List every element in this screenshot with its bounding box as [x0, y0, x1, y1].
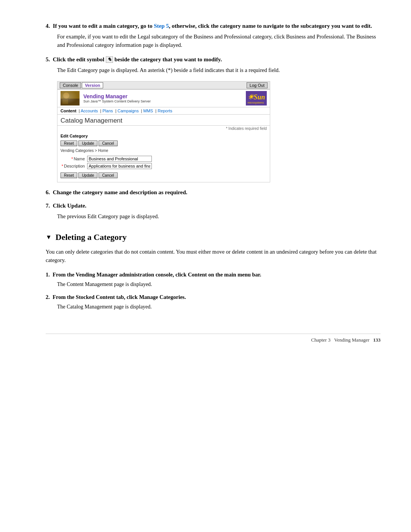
step-6: 6. Change the category name and descript… [46, 189, 381, 196]
console-button[interactable]: Console [60, 82, 81, 88]
sc-nav: Content | Accounts | Plans | Campaigns |… [57, 107, 270, 115]
nav-campaigns[interactable]: Campaigns [118, 109, 139, 113]
step-6-num: 6. [46, 189, 53, 195]
footer-chapter: Chapter 3 Vending Manager 133 [311, 337, 381, 343]
step-4-body: For example, if you want to edit the Leg… [57, 32, 381, 50]
step-7-body: The previous Edit Category page is displ… [57, 212, 381, 220]
name-required-star: * [71, 157, 73, 161]
delete-step-2: 2. From the Stocked Content tab, click M… [46, 294, 381, 311]
cancel-button-bottom[interactable]: Cancel [99, 173, 117, 178]
desc-required-star: * [62, 164, 63, 168]
step-7-num: 7. [46, 203, 53, 209]
svg-point-1 [63, 93, 69, 99]
version-button[interactable]: Version [82, 82, 103, 88]
step-7: 7. Click Update. The previous Edit Categ… [46, 203, 381, 220]
sc-app-title: Vending Manager [83, 93, 246, 99]
section-triangle-icon: ▼ [46, 234, 52, 241]
description-input[interactable] [87, 163, 152, 169]
nav-accounts[interactable]: Accounts [81, 109, 98, 113]
svg-rect-0 [61, 91, 80, 105]
nav-mms[interactable]: MMS [143, 109, 153, 113]
deleting-section-heading: ▼ Deleting a Category [46, 232, 381, 242]
catalog-management-title: Catalog Management [57, 115, 270, 126]
step-4-heading-rest: , otherwise, click the category name to … [169, 23, 372, 29]
reset-button-bottom[interactable]: Reset [61, 173, 77, 178]
sun-logo-small: microsystems [247, 101, 265, 104]
reset-button-top[interactable]: Reset [61, 141, 77, 146]
sc-app-subtitle: Sun Java™ System Content Delivery Server [83, 99, 246, 103]
delete-step-1-heading: 1. From the Vending Manager administrati… [46, 272, 381, 278]
edit-category-form: *Name *Description [57, 154, 270, 172]
edit-icon-symbol: ✎ [106, 56, 113, 63]
deleting-section-title: Deleting a Category [56, 232, 127, 242]
name-row: *Name [61, 156, 267, 162]
step-5: 5. Click the edit symbol ✎ beside the ca… [46, 56, 381, 74]
delete-step-2-heading: 2. From the Stocked Content tab, click M… [46, 294, 381, 300]
sc-topbar: Console Version Log Out [57, 81, 270, 89]
description-row: *Description [61, 163, 267, 169]
svg-rect-3 [62, 99, 68, 104]
svg-rect-2 [61, 99, 80, 105]
name-label: *Name [61, 157, 87, 161]
screenshot: Console Version Log Out Vending Manager … [57, 81, 270, 182]
sc-topbar-left: Console Version [60, 82, 103, 88]
delete-step-2-num: 2. [46, 294, 53, 300]
cancel-button-top[interactable]: Cancel [99, 141, 117, 146]
step-4: 4. If you want to edit a main category, … [46, 23, 381, 50]
step-6-heading: 6. Change the category name and descript… [46, 189, 381, 196]
bottom-buttons: Reset Update Cancel [57, 172, 270, 180]
step-4-heading: 4. If you want to edit a main category, … [46, 23, 381, 29]
deleting-intro: You can only delete categories that do n… [46, 248, 381, 265]
edit-category-title: Edit Category [57, 131, 270, 140]
sun-logo: ☀Sun microsystems [246, 91, 267, 105]
nav-reports[interactable]: Reports [158, 109, 172, 113]
name-input[interactable] [87, 156, 152, 162]
breadcrumb: Vending Categories > Home [57, 148, 270, 154]
delete-step-1-num: 1. [46, 272, 53, 278]
delete-steps-list: 1. From the Vending Manager administrati… [46, 272, 381, 311]
step-5-heading: 5. Click the edit symbol ✎ beside the ca… [46, 56, 381, 63]
step-4-num: 4. [46, 23, 53, 29]
vending-manager-image [61, 91, 80, 105]
step5-link[interactable]: Step 5 [154, 23, 169, 29]
step-5-body: The Edit Category page is displayed. An … [57, 66, 381, 74]
delete-step-1: 1. From the Vending Manager administrati… [46, 272, 381, 289]
logout-button[interactable]: Log Out [247, 82, 268, 88]
nav-content[interactable]: Content [61, 109, 76, 113]
sc-header-title-group: Vending Manager Sun Java™ System Content… [83, 93, 246, 103]
page-number: 133 [373, 337, 381, 343]
step-5-num: 5. [46, 56, 53, 62]
delete-step-1-body: The Content Management page is displayed… [57, 280, 381, 289]
delete-step-2-body: The Catalog Management page is displayed… [57, 303, 381, 311]
nav-plans[interactable]: Plans [102, 109, 113, 113]
step-7-heading: 7. Click Update. [46, 203, 381, 209]
update-button-top[interactable]: Update [78, 141, 97, 146]
step-5-heading-rest: beside the category that you want to mod… [115, 56, 222, 62]
sun-logo-text: ☀Sun [247, 93, 265, 101]
description-label: *Description [61, 164, 87, 168]
required-note: * Indicates required field [57, 126, 270, 131]
sc-header: Vending Manager Sun Java™ System Content… [57, 89, 270, 107]
update-button-bottom[interactable]: Update [78, 173, 97, 178]
top-buttons: Reset Update Cancel [57, 140, 270, 148]
